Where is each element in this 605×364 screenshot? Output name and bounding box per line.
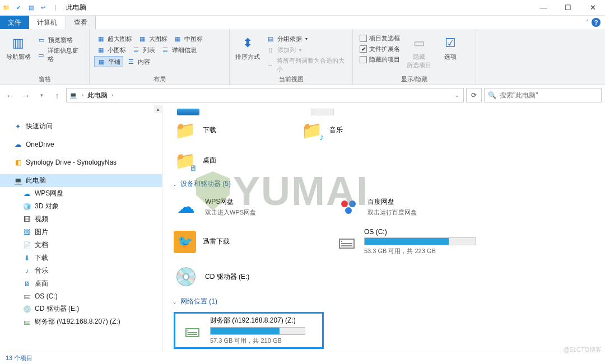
close-button[interactable]: ✕	[580, 0, 605, 16]
sidebar-cd-drive[interactable]: 💿CD 驱动器 (E:)	[0, 302, 162, 315]
checkbox-checked-icon: ✔	[360, 45, 367, 53]
drive-cd[interactable]: 💿 CD 驱动器 (E:)	[174, 264, 314, 289]
scroll-up-icon[interactable]: ▲	[154, 105, 162, 113]
tab-view[interactable]: 查看	[66, 16, 96, 29]
sidebar-this-pc[interactable]: 💻此电脑	[0, 174, 162, 187]
search-box[interactable]: 🔍	[484, 88, 602, 102]
autosize-button[interactable]: ↔将所有列调整为合适的大小	[264, 56, 348, 74]
partial-icon	[311, 109, 334, 115]
drive-icon: ◧	[13, 158, 22, 167]
address-bar[interactable]: 💻 › 此电脑 › ⌄	[66, 88, 464, 102]
blog-watermark: @51CTO博客	[564, 346, 602, 354]
sidebar-wps[interactable]: ☁WPS网盘	[0, 187, 162, 200]
view-small[interactable]: ▦小图标	[94, 45, 128, 55]
cube-icon: 🧊	[22, 202, 31, 211]
sidebar-synology[interactable]: ◧Synology Drive - SynologyNas	[0, 156, 162, 169]
sidebar-os-c[interactable]: 🖴OS (C:)	[0, 290, 162, 302]
address-dropdown[interactable]: ⌄	[453, 92, 461, 98]
baidu-icon	[336, 194, 361, 219]
nav-pane-button[interactable]: ▥ 导航窗格	[4, 31, 32, 61]
hdd-icon: 🖴	[22, 292, 31, 301]
groupby-icon: ▤	[266, 34, 275, 43]
up-button[interactable]: ↑	[50, 88, 64, 102]
save-icon[interactable]: ✔	[13, 3, 24, 13]
ribbon: ▥ 导航窗格 ▭预览窗格 ▭详细信息窗格 窗格 ▦超大图标 ▦大图标 ▦中图标 …	[0, 29, 605, 85]
folder-icon: 📁	[1, 3, 11, 13]
tab-computer[interactable]: 计算机	[29, 16, 66, 29]
preview-pane-button[interactable]: ▭预览窗格	[35, 35, 85, 45]
collapse-ribbon-icon[interactable]: ˄	[586, 19, 589, 26]
sidebar-onedrive[interactable]: ☁OneDrive	[0, 138, 162, 151]
groupby-button[interactable]: ▤分组依据▾	[264, 34, 348, 44]
content-pane: 📁 下载 📁♪ 音乐 📁🖥 桌面 ⌄ 设备和驱动器 (5) ☁ WPS网盘	[162, 105, 605, 352]
group-view-label: 当前视图	[234, 74, 348, 83]
chk-file-ext[interactable]: ✔文件扩展名	[357, 44, 402, 54]
chevron-icon[interactable]: ›	[80, 92, 85, 98]
folder-downloads[interactable]: 📁 下载	[174, 119, 216, 141]
nav-pane-icon: ▥	[10, 35, 27, 52]
sidebar-quick-access[interactable]: ✦快速访问	[0, 120, 162, 133]
network-drive-icon: 🖴	[22, 318, 31, 326]
section-devices[interactable]: ⌄ 设备和驱动器 (5)	[173, 179, 599, 189]
drive-xunlei[interactable]: 🐦 迅雷下载	[174, 228, 314, 255]
folder-music[interactable]: 📁♪ 音乐	[300, 119, 343, 141]
chevron-icon[interactable]: ›	[110, 92, 115, 98]
view-details[interactable]: ☰详细信息	[159, 45, 199, 55]
pin-icon: ✦	[13, 122, 22, 131]
tab-file[interactable]: 文件	[0, 16, 29, 29]
view-tiles[interactable]: ▦平铺	[94, 56, 123, 67]
preview-pane-icon: ▭	[37, 35, 46, 44]
sidebar-videos[interactable]: 🎞视频	[0, 213, 162, 226]
svg-point-2	[345, 207, 352, 214]
minimize-button[interactable]: —	[531, 0, 556, 16]
maximize-button[interactable]: ☐	[556, 0, 580, 16]
item-count: 13 个项目	[6, 354, 32, 362]
sidebar-finance-drive[interactable]: 🖴财务部 (\\192.168.8.207) (Z:)	[0, 315, 162, 328]
sidebar-documents[interactable]: 📄文档	[0, 239, 162, 251]
sidebar-pictures[interactable]: 🖼图片	[0, 226, 162, 239]
options-button[interactable]: ☑ 选项	[436, 31, 465, 61]
undo-icon[interactable]: ↩	[38, 3, 48, 13]
disc-icon: 💿	[22, 305, 31, 314]
small-icon: ▦	[96, 45, 105, 54]
details-pane-button[interactable]: ▭详细信息窗格	[35, 46, 85, 64]
search-input[interactable]	[500, 91, 598, 99]
drive-wps[interactable]: ☁ WPS网盘 双击进入WPS网盘	[174, 194, 314, 219]
pc-icon: 💻	[69, 91, 78, 100]
network-drive-finance[interactable]: 🖴 财务部 (\\192.168.8.207) (Z:) 57.3 GB 可用，…	[174, 312, 324, 349]
sidebar: ▲ ✦快速访问 ☁OneDrive ◧Synology Drive - Syno…	[0, 105, 162, 352]
hide-selected-button[interactable]: ▭ 隐藏 所选项目	[404, 31, 434, 69]
details-pane-icon: ▭	[37, 50, 45, 59]
refresh-button[interactable]: ⟳	[466, 88, 482, 102]
addcol-button[interactable]: ▯添加列▾	[264, 45, 348, 55]
drive-baidu[interactable]: 百度网盘 双击运行百度网盘	[336, 194, 476, 219]
folder-desktop[interactable]: 📁🖥 桌面	[174, 149, 216, 171]
view-list[interactable]: ☰列表	[129, 45, 157, 55]
drive-os-c[interactable]: 🖴 OS (C:) 53.3 GB 可用，共 223 GB	[336, 228, 476, 255]
sidebar-music[interactable]: ♪音乐	[0, 264, 162, 277]
large-icon: ▦	[138, 34, 147, 43]
hide-icon: ▭	[411, 35, 427, 52]
picture-icon: 🖼	[22, 228, 31, 237]
forward-button[interactable]: →	[19, 88, 32, 102]
sidebar-3d-objects[interactable]: 🧊3D 对象	[0, 200, 162, 213]
view-large[interactable]: ▦大图标	[136, 34, 170, 44]
chk-item-checkbox[interactable]: 项目复选框	[357, 34, 402, 43]
sort-button[interactable]: ⬍ 排序方式	[234, 31, 262, 61]
storage-bar	[364, 237, 476, 245]
qat-icon[interactable]: ▧	[26, 3, 36, 13]
view-content[interactable]: ☰内容	[124, 56, 152, 67]
help-icon[interactable]: ?	[592, 18, 601, 27]
view-xl[interactable]: ▦超大图标	[94, 34, 134, 44]
recent-dropdown[interactable]: ▾	[35, 88, 48, 102]
address-segment[interactable]: 此电脑	[87, 91, 108, 100]
sidebar-downloads[interactable]: ⬇下载	[0, 251, 162, 264]
back-button[interactable]: ←	[3, 88, 17, 102]
view-medium[interactable]: ▦中图标	[171, 34, 205, 44]
sidebar-desktop[interactable]: 🖥桌面	[0, 277, 162, 290]
network-drive-icon: 🖴	[180, 318, 204, 343]
chk-hidden-items[interactable]: 隐藏的项目	[357, 55, 402, 64]
folder-music-icon: 📁♪	[300, 119, 323, 141]
list-icon: ☰	[132, 45, 141, 54]
section-network[interactable]: ⌄ 网络位置 (1)	[173, 297, 599, 306]
